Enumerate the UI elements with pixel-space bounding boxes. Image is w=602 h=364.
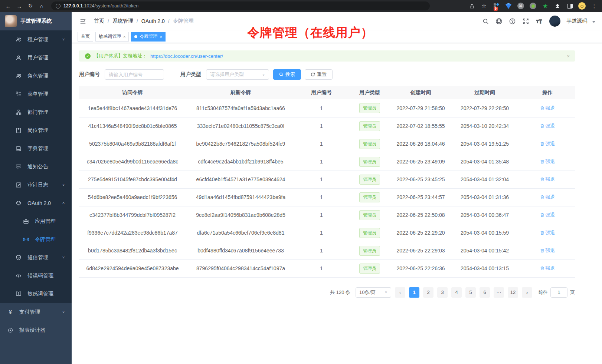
- gem-extension-icon[interactable]: [504, 2, 513, 10]
- refresh-token-cell: cdfc4ce9c2da4bb1bdf21b9918ff4be5: [186, 153, 295, 171]
- alert-close-icon[interactable]: ×: [567, 53, 570, 59]
- sidebar-item-sms[interactable]: 短信管理∨: [0, 248, 72, 267]
- reset-button[interactable]: 重置: [305, 69, 333, 80]
- user-name[interactable]: 芋道源码: [566, 18, 587, 24]
- goto-page-input[interactable]: [550, 287, 567, 298]
- search-icon[interactable]: [480, 16, 491, 26]
- force-logout-button[interactable]: 强退: [540, 140, 555, 147]
- breadcrumb-item[interactable]: 系统管理: [112, 18, 133, 24]
- sidebar-item-dept[interactable]: 部门管理: [0, 103, 72, 121]
- side-panel-icon[interactable]: [566, 2, 574, 10]
- recorder-extension-icon[interactable]: [529, 2, 537, 10]
- peoples-icon: [16, 37, 22, 43]
- sidebar-item-audit[interactable]: 审计日志∨: [0, 176, 72, 194]
- force-logout-button[interactable]: 强退: [540, 247, 555, 254]
- user-id-cell: 1: [295, 135, 347, 153]
- refresh-token-cell: be90422b8c7946218275a508bf524fc9: [186, 135, 295, 153]
- search-button[interactable]: 搜索: [273, 69, 301, 80]
- user-id-cell: 1: [295, 188, 347, 206]
- sidebar-item-oauth2-token[interactable]: 令牌管理: [0, 230, 72, 248]
- star-extension-icon[interactable]: ★: [541, 2, 549, 10]
- app-title: 芋道管理系统: [20, 18, 52, 24]
- info-icon[interactable]: i: [56, 4, 60, 9]
- force-logout-button[interactable]: 强退: [540, 176, 555, 183]
- force-logout-button[interactable]: 强退: [540, 212, 555, 218]
- user-avatar[interactable]: [549, 16, 560, 27]
- share-icon[interactable]: [468, 2, 476, 10]
- page-button-12[interactable]: 12: [508, 287, 518, 298]
- page-button-4[interactable]: 4: [451, 287, 462, 298]
- tag-令牌管理[interactable]: 令牌管理×: [131, 32, 165, 42]
- forward-icon[interactable]: →: [15, 1, 24, 10]
- created-time-cell: 2022-06-26 18:04:46: [392, 135, 449, 153]
- sidebar-item-post[interactable]: 岗位管理: [0, 121, 72, 139]
- sidebar-item-report[interactable]: 报表设计器: [0, 321, 72, 339]
- breadcrumb-item[interactable]: OAuth 2.0: [141, 18, 165, 24]
- force-logout-button[interactable]: 强退: [540, 158, 555, 165]
- sidebar-item-sensitive[interactable]: 敏感词管理: [0, 285, 72, 303]
- user-id-input[interactable]: [105, 69, 164, 80]
- refresh-token-cell: 9ce8ef2aa9f14056b831ae9b608e28d5: [186, 206, 295, 224]
- back-icon[interactable]: ←: [4, 1, 13, 10]
- caret-down-icon[interactable]: [592, 21, 595, 23]
- extension-grid-icon[interactable]: 9: [492, 2, 500, 10]
- sidebar-item-menu[interactable]: 菜单管理: [0, 85, 72, 103]
- force-logout-button[interactable]: 强退: [540, 265, 555, 272]
- chevron-down-icon: ∨: [62, 310, 65, 314]
- sidebar-item-tenant[interactable]: 租户管理∨: [0, 30, 72, 49]
- user-type-select[interactable]: 请选择用户类型 ∨: [206, 69, 269, 80]
- address-bar[interactable]: i 127.0.0.1:1024/system/oauth2/token: [51, 1, 430, 10]
- page-button-3[interactable]: 3: [437, 287, 448, 298]
- more-pages-button[interactable]: ···: [494, 287, 504, 298]
- sidebar-item-pay[interactable]: ¥支付管理∨: [0, 303, 72, 321]
- sidebar-item-oauth2-app[interactable]: 应用管理: [0, 212, 72, 230]
- reload-icon[interactable]: ↻: [26, 1, 35, 10]
- page-button-5[interactable]: 5: [465, 287, 476, 298]
- profile-avatar[interactable]: ☺: [578, 2, 586, 10]
- help-icon[interactable]: [507, 16, 517, 26]
- breadcrumb-item[interactable]: 首页: [94, 18, 104, 24]
- user-type-label: 用户类型: [180, 71, 201, 78]
- close-icon[interactable]: ×: [160, 34, 162, 39]
- sidebar-item-notice[interactable]: 通知公告: [0, 158, 72, 176]
- force-logout-button[interactable]: 强退: [540, 194, 555, 201]
- sidebar-item-role[interactable]: 角色管理: [0, 67, 72, 85]
- page-size-select[interactable]: 10条/页 ∨: [356, 287, 391, 298]
- sidebar-item-errcode[interactable]: 错误码管理: [0, 267, 72, 285]
- sidebar-item-dict[interactable]: 字典管理: [0, 139, 72, 158]
- home-icon[interactable]: ⌂: [37, 1, 46, 10]
- force-logout-button[interactable]: 强退: [540, 123, 555, 129]
- tag-首页[interactable]: 首页: [78, 32, 93, 42]
- github-icon[interactable]: [494, 16, 504, 26]
- sidebar-item-label: 支付管理: [19, 309, 40, 315]
- created-time-cell: 2022-07-02 18:55:55: [392, 117, 449, 135]
- sidebar-item-user[interactable]: 用户管理: [0, 49, 72, 67]
- extensions-puzzle-icon[interactable]: [553, 2, 562, 10]
- app-logo[interactable]: 芋道管理系统: [0, 12, 72, 30]
- doc-link[interactable]: https://doc.iocoder.cn/user-center/: [150, 53, 223, 59]
- sidebar-item-label: 应用管理: [35, 218, 56, 225]
- tag-敏感词管理[interactable]: 敏感词管理×: [95, 32, 129, 42]
- command-extension-icon[interactable]: ⌘: [517, 2, 525, 10]
- hamburger-icon[interactable]: [78, 16, 88, 26]
- page-button-2[interactable]: 2: [423, 287, 433, 298]
- bookmark-star-icon[interactable]: ☆: [480, 2, 488, 10]
- action-cell: 强退: [520, 206, 575, 224]
- next-page-button[interactable]: ›: [522, 287, 532, 298]
- font-size-icon[interactable]: TT: [534, 16, 544, 26]
- action-cell: 强退: [520, 99, 575, 117]
- action-cell: 强退: [520, 242, 575, 259]
- prev-page-button[interactable]: ‹: [395, 287, 405, 298]
- force-logout-button[interactable]: 强退: [540, 105, 555, 112]
- page-button-6[interactable]: 6: [480, 287, 490, 298]
- table-row: c342377bf8b344799dcbf7bf095287f29ce8ef2a…: [79, 206, 575, 224]
- fullscreen-icon[interactable]: [520, 16, 531, 26]
- page-button-1[interactable]: 1: [409, 287, 419, 298]
- admin-badge: 管理员: [359, 157, 380, 167]
- user-type-cell: 管理员: [347, 206, 392, 224]
- close-icon[interactable]: ×: [123, 34, 125, 39]
- sidebar-item-oauth2[interactable]: OAuth 2.0∧: [0, 194, 72, 212]
- breadcrumb-separator: /: [137, 18, 138, 24]
- force-logout-button[interactable]: 强退: [540, 229, 555, 236]
- menu-dots-icon[interactable]: ⋮: [590, 2, 598, 10]
